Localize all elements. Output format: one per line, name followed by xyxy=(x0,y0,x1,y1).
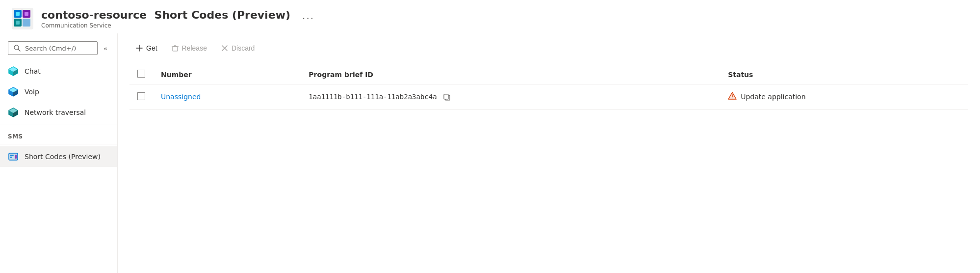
sidebar-voip-label: Voip xyxy=(25,88,39,96)
get-label: Get xyxy=(146,44,157,52)
sidebar-network-label: Network traversal xyxy=(25,109,86,116)
col-status: Status xyxy=(720,65,968,84)
svg-rect-37 xyxy=(444,94,448,99)
svg-rect-26 xyxy=(15,155,17,159)
nav-divider-2 xyxy=(0,144,117,144)
chat-cube-icon xyxy=(8,66,19,77)
sidebar-chat-label: Chat xyxy=(25,67,41,75)
short-codes-icon xyxy=(8,151,19,162)
resource-name: contoso-resource xyxy=(41,9,147,21)
collapse-button[interactable]: « xyxy=(102,43,109,54)
release-label: Release xyxy=(182,44,207,52)
short-codes-table: Number Program brief ID Status xyxy=(129,65,968,109)
service-label: Communication Service xyxy=(41,22,290,29)
release-button[interactable]: Release xyxy=(165,41,213,55)
header-checkbox[interactable] xyxy=(137,70,145,78)
svg-rect-24 xyxy=(10,155,14,156)
page-header: contoso-resource Short Codes (Preview) C… xyxy=(0,0,980,33)
more-options-button[interactable]: ··· xyxy=(302,13,314,25)
search-placeholder: Search (Cmd+/) xyxy=(25,45,76,52)
sms-section-label: SMS xyxy=(0,127,117,142)
status-text: Update application xyxy=(741,93,805,101)
svg-rect-29 xyxy=(173,47,178,51)
col-program-brief-id: Program brief ID xyxy=(301,65,720,84)
main-layout: Search (Cmd+/) « Chat Voip xyxy=(0,33,980,273)
x-icon xyxy=(221,44,229,52)
svg-line-9 xyxy=(18,49,20,51)
status-cell: Update application xyxy=(720,84,968,109)
svg-rect-2 xyxy=(16,12,20,16)
sidebar-item-short-codes[interactable]: Short Codes (Preview) xyxy=(0,146,117,167)
sidebar-item-network-traversal[interactable]: Network traversal xyxy=(0,102,117,123)
svg-rect-7 xyxy=(23,19,30,27)
search-container: Search (Cmd+/) « xyxy=(0,37,117,59)
warning-icon xyxy=(728,91,737,102)
search-box[interactable]: Search (Cmd+/) xyxy=(8,41,98,55)
svg-rect-6 xyxy=(16,21,20,25)
trash-icon xyxy=(171,44,179,52)
row-checkbox-cell xyxy=(129,84,153,109)
page-title: contoso-resource Short Codes (Preview) xyxy=(41,8,290,23)
table-row: Unassigned 1aa1111b-b111-111a-11ab2a3abc… xyxy=(129,84,968,109)
discard-label: Discard xyxy=(232,44,255,52)
plus-icon xyxy=(135,44,143,52)
nav-divider xyxy=(0,125,117,125)
toolbar: Get Release Discard xyxy=(129,41,968,55)
get-button[interactable]: Get xyxy=(129,41,163,55)
number-cell: Unassigned xyxy=(153,84,301,109)
voip-cube-icon xyxy=(8,86,19,97)
svg-point-41 xyxy=(732,98,733,99)
col-checkbox xyxy=(129,65,153,84)
program-id-text: 1aa1111b-b111-111a-11ab2a3abc4a xyxy=(309,93,437,101)
content-area: Get Release Discard xyxy=(118,33,980,273)
svg-rect-4 xyxy=(25,12,28,16)
copy-icon[interactable] xyxy=(443,93,451,101)
svg-rect-25 xyxy=(10,157,12,158)
row-checkbox[interactable] xyxy=(137,92,145,100)
search-icon xyxy=(13,44,21,52)
sidebar-short-codes-label: Short Codes (Preview) xyxy=(25,153,101,161)
network-cube-icon xyxy=(8,107,19,118)
number-link[interactable]: Unassigned xyxy=(161,93,201,101)
page-title-suffix: Short Codes (Preview) xyxy=(155,9,290,21)
service-logo xyxy=(12,8,33,29)
status-update: Update application xyxy=(728,91,960,102)
col-number: Number xyxy=(153,65,301,84)
table-header-row: Number Program brief ID Status xyxy=(129,65,968,84)
sidebar-item-voip[interactable]: Voip xyxy=(0,82,117,102)
sidebar: Search (Cmd+/) « Chat Voip xyxy=(0,33,118,273)
program-brief-id-cell: 1aa1111b-b111-111a-11ab2a3abc4a xyxy=(301,84,720,109)
sidebar-item-chat[interactable]: Chat xyxy=(0,61,117,82)
title-group: contoso-resource Short Codes (Preview) C… xyxy=(41,8,290,29)
discard-button[interactable]: Discard xyxy=(215,41,260,55)
